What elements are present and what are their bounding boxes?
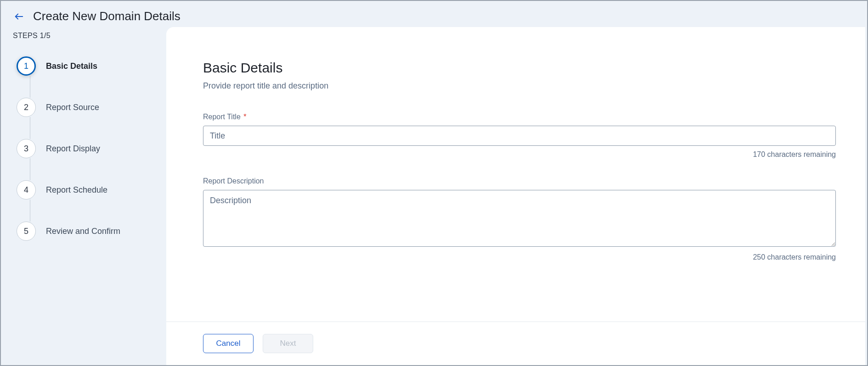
report-title-input[interactable] (203, 126, 836, 146)
report-title-label: Report Title * (203, 113, 836, 121)
form-card: Basic Details Provide report title and d… (166, 27, 865, 322)
step-number: 5 (17, 222, 36, 241)
step-connector (30, 158, 31, 180)
report-title-char-counter: 170 characters remaining (203, 150, 836, 159)
step-label: Report Schedule (46, 185, 107, 195)
step-label: Review and Confirm (46, 227, 120, 236)
step-number: 1 (17, 56, 36, 76)
step-label: Report Source (46, 103, 99, 112)
required-mark: * (243, 113, 246, 121)
step-label: Report Display (46, 144, 100, 154)
label-text: Report Title (203, 113, 241, 121)
step-label: Basic Details (46, 61, 97, 71)
section-subtitle: Provide report title and description (203, 81, 836, 91)
step-number: 2 (17, 98, 36, 117)
step-number: 3 (17, 139, 36, 158)
step-report-display[interactable]: 3 Report Display (17, 139, 154, 158)
wizard-stepper: 1 Basic Details 2 Report Source 3 Report… (13, 56, 154, 241)
wizard-footer: Cancel Next (166, 322, 865, 365)
step-connector (30, 200, 31, 222)
step-review-confirm[interactable]: 5 Review and Confirm (17, 222, 154, 241)
step-connector (30, 76, 31, 98)
wizard-sidebar: STEPS 1/5 1 Basic Details 2 Report Sourc… (1, 27, 166, 365)
report-description-input[interactable] (203, 190, 836, 247)
page-title: Create New Domain Details (33, 9, 180, 23)
page-header: Create New Domain Details (1, 1, 867, 27)
steps-counter: STEPS 1/5 (13, 32, 154, 40)
step-report-schedule[interactable]: 4 Report Schedule (17, 180, 154, 200)
step-report-source[interactable]: 2 Report Source (17, 98, 154, 117)
cancel-button[interactable]: Cancel (203, 334, 254, 353)
back-arrow-icon[interactable] (13, 11, 25, 22)
section-title: Basic Details (203, 60, 836, 76)
report-description-block: Report Description 250 characters remain… (203, 177, 836, 261)
report-title-block: Report Title * 170 characters remaining (203, 113, 836, 159)
report-description-label: Report Description (203, 177, 836, 185)
step-connector (30, 117, 31, 139)
next-button[interactable]: Next (263, 334, 313, 353)
step-number: 4 (17, 180, 36, 200)
report-description-char-counter: 250 characters remaining (203, 253, 836, 261)
step-basic-details[interactable]: 1 Basic Details (17, 56, 154, 76)
